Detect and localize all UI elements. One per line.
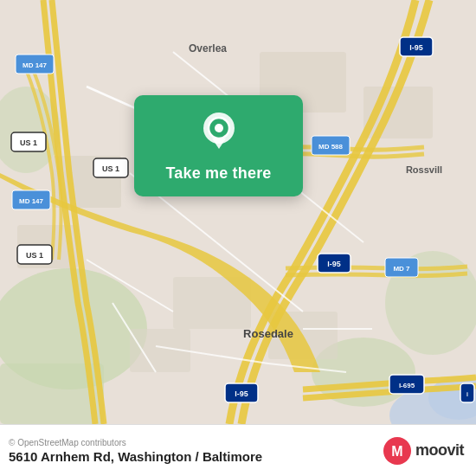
svg-text:Rosedale: Rosedale (243, 327, 293, 340)
svg-text:i: i (466, 391, 468, 397)
svg-text:Rossvill: Rossvill (406, 164, 442, 175)
svg-text:I-95: I-95 (409, 43, 423, 52)
svg-text:I-95: I-95 (235, 389, 248, 398)
bottom-left: © OpenStreetMap contributors 5610 Arnhem… (9, 438, 262, 464)
svg-text:MD 7: MD 7 (393, 265, 410, 273)
svg-text:US 1: US 1 (102, 164, 119, 173)
address-line: 5610 Arnhem Rd, Washington / Baltimore (9, 449, 262, 464)
svg-text:US 1: US 1 (26, 251, 43, 260)
moovit-text: moovit (415, 441, 464, 460)
svg-text:MD 147: MD 147 (23, 61, 48, 69)
svg-text:US 1: US 1 (20, 138, 37, 147)
svg-marker-56 (212, 138, 226, 149)
svg-text:MD 147: MD 147 (19, 197, 44, 205)
map-container: US 1 US 1 US 1 MD 147 MD 147 MD 588 I-95… (0, 0, 476, 424)
moovit-brand-icon: M (383, 436, 412, 466)
svg-text:Overlea: Overlea (189, 42, 227, 55)
svg-text:I-695: I-695 (399, 382, 415, 389)
bottom-bar: © OpenStreetMap contributors 5610 Arnhem… (0, 424, 476, 476)
svg-point-55 (215, 124, 223, 132)
osm-credit: © OpenStreetMap contributors (9, 438, 262, 447)
svg-text:MD 588: MD 588 (318, 143, 344, 151)
map-background: US 1 US 1 US 1 MD 147 MD 147 MD 588 I-95… (0, 0, 476, 424)
moovit-logo: M moovit (383, 436, 464, 466)
take-me-there-label: Take me there (165, 164, 271, 183)
svg-text:I-95: I-95 (327, 260, 341, 268)
take-me-there-card[interactable]: Take me there (134, 95, 303, 196)
svg-text:M: M (391, 444, 402, 459)
location-pin-icon (196, 111, 241, 156)
